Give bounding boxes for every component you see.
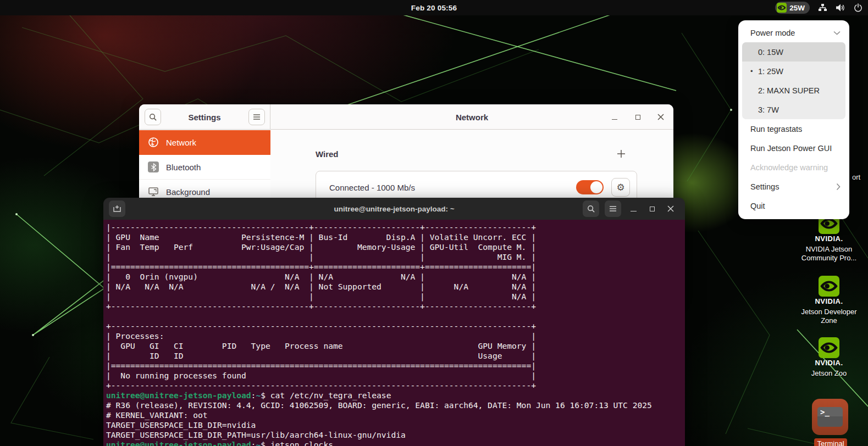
nvidia-wordmark: NVIDIA. xyxy=(794,359,864,367)
wired-network-icon[interactable] xyxy=(818,3,827,12)
menu-item-mode-0[interactable]: 0: 15W xyxy=(742,42,845,62)
menu-item-run-tegrastats[interactable]: Run tegrastats xyxy=(738,119,849,138)
terminal-line: | N/A N/A N/A N/A / N/A | Not Supported … xyxy=(106,282,685,292)
desktop-icon-label-terminal[interactable]: Terminal xyxy=(814,438,847,446)
prompt-user: unitree@unitree-jetson-payload xyxy=(106,391,251,400)
menu-item-mode-3[interactable]: 3: 7W xyxy=(742,100,845,119)
nvidia-eye-icon xyxy=(819,276,839,297)
settings-page-header: Network xyxy=(270,104,673,129)
sidebar-item-label: Bluetooth xyxy=(166,163,201,172)
hamburger-icon xyxy=(609,205,617,212)
power-mode-options: 0: 15W • 1: 25W 2: MAXN SUPER 3: 7W xyxy=(742,42,845,119)
mode-label: 1: 25W xyxy=(758,67,783,76)
sidebar-item-network[interactable]: Network xyxy=(139,130,270,155)
desktop-icon-terminal[interactable]: >_ xyxy=(812,399,848,435)
terminal-line: | ID ID Usage | xyxy=(106,351,685,361)
mode-label: 0: 15W xyxy=(758,48,783,57)
maximize-icon xyxy=(635,115,640,120)
terminal-menu-button[interactable] xyxy=(605,200,621,217)
power-icon[interactable] xyxy=(854,3,863,12)
nvidia-wordmark: NVIDIA. xyxy=(794,235,864,243)
terminal-line: |---------------------------------------… xyxy=(106,222,685,232)
wired-section-heading: Wired xyxy=(316,149,339,159)
sidebar-item-label: Network xyxy=(166,138,196,147)
desktop-icon-label-partial[interactable]: ort xyxy=(852,173,860,181)
terminal-minimize-button[interactable] xyxy=(627,200,640,217)
hamburger-icon xyxy=(253,114,261,120)
terminal-line: # R36 (release), REVISION: 4.4, GCID: 41… xyxy=(106,400,685,410)
desktop-icon-jetson-developer-zone[interactable]: NVIDIA. Jetson Developer Zone xyxy=(794,276,864,325)
chevron-down-icon xyxy=(833,31,841,35)
prompt-user: unitree@unitree-jetson-payload xyxy=(106,440,251,446)
system-tray[interactable]: 25W xyxy=(775,0,863,15)
mode-label: 2: MAXN SUPER xyxy=(758,86,820,95)
background-icon xyxy=(148,186,159,197)
terminal-window-controls xyxy=(583,200,677,217)
desktop-icon-jetson-zoo[interactable]: NVIDIA. Jetson Zoo xyxy=(794,337,864,378)
wired-toggle[interactable] xyxy=(576,180,604,194)
menu-item-quit[interactable]: Quit xyxy=(738,196,849,215)
settings-headerbar: Settings Network xyxy=(139,104,673,130)
wired-connection-status: Connected - 1000 Mb/s xyxy=(329,183,576,192)
menu-item-settings[interactable]: Settings xyxy=(738,177,849,196)
terminal-line: +---------------------------------------… xyxy=(106,302,685,311)
volume-icon[interactable] xyxy=(836,3,845,12)
minimize-icon xyxy=(612,119,617,120)
terminal-line: TARGET_USERSPACE_LIB_DIR=nvidia xyxy=(106,420,685,430)
desktop-icon-jetson-community[interactable]: NVIDIA. NVIDIA Jetson Community Pro... xyxy=(794,213,864,263)
terminal-line: +---------------------------------------… xyxy=(106,321,685,331)
terminal-line: | 0 Orin (nvgpu) N/A | N/A N/A | N/A | xyxy=(106,272,685,282)
toggle-knob xyxy=(590,181,602,193)
add-wired-connection-button[interactable] xyxy=(614,147,628,161)
prompt-glyph-icon: >_ xyxy=(820,408,830,416)
settings-sidebar-header: Settings xyxy=(139,104,270,129)
bluetooth-icon xyxy=(148,161,159,172)
desktop-icon-label: Community Pro... xyxy=(794,254,864,263)
prompt-command: $ cat /etc/nv_tegra_release xyxy=(261,391,391,400)
menu-item-mode-1[interactable]: • 1: 25W xyxy=(742,62,845,81)
terminal-line: |=======================================… xyxy=(106,361,685,371)
terminal-line: | GPU Name Persistence-M | Bus-Id Disp.A… xyxy=(106,232,685,242)
desktop-icon-label: Jetson Zoo xyxy=(794,369,864,378)
terminal-line: TARGET_USERSPACE_LIB_DIR_PATH=usr/lib/aa… xyxy=(106,430,685,440)
menu-item-acknowledge-warning: Acknowledge warning xyxy=(738,158,849,177)
terminal-prompt-line: unitree@unitree-jetson-payload:~$ jetson… xyxy=(106,440,685,446)
menu-settings-label: Settings xyxy=(750,182,779,191)
terminal-close-button[interactable] xyxy=(664,200,677,217)
nvidia-eye-icon xyxy=(819,337,839,358)
close-button[interactable] xyxy=(656,112,666,122)
power-mode-label: Power mode xyxy=(750,29,795,37)
terminal-line: | GPU GI CI PID Type Process name GPU Me… xyxy=(106,341,685,351)
prompt-path: ~ xyxy=(256,440,261,446)
terminal-line: | | | MIG M. | xyxy=(106,252,685,262)
settings-menu-button[interactable] xyxy=(248,109,265,125)
clock[interactable]: Feb 20 05:56 xyxy=(411,4,457,12)
terminal-output[interactable]: |---------------------------------------… xyxy=(103,220,685,446)
desktop-icon-label: Jetson Developer xyxy=(794,308,864,316)
minimize-button[interactable] xyxy=(610,112,620,122)
menu-item-power-mode[interactable]: Power mode xyxy=(738,23,849,42)
maximize-icon xyxy=(650,207,655,211)
power-mode-indicator[interactable]: 25W xyxy=(775,2,810,14)
terminal-window: unitree@unitree-jetson-payload: ~ xyxy=(103,198,685,446)
terminal-line xyxy=(106,311,685,321)
menu-item-run-jetson-power-gui[interactable]: Run Jetson Power GUI xyxy=(738,138,849,158)
menu-item-mode-2[interactable]: 2: MAXN SUPER xyxy=(742,81,845,100)
close-icon xyxy=(667,205,674,212)
terminal-line: +---------------------------------------… xyxy=(106,381,685,391)
prompt-command: $ jetson_clocks xyxy=(261,440,333,446)
wired-settings-button[interactable]: ⚙ xyxy=(611,178,630,197)
power-mode-wattage: 25W xyxy=(789,4,805,12)
sidebar-item-bluetooth[interactable]: Bluetooth xyxy=(139,155,270,180)
desktop-icon-label: NVIDIA Jetson xyxy=(794,245,864,254)
mode-label: 3: 7W xyxy=(758,105,779,114)
globe-icon xyxy=(148,137,159,148)
terminal-line: | Processes: | xyxy=(106,331,685,341)
power-mode-menu: Power mode 0: 15W • 1: 25W 2: MAXN SUPER… xyxy=(738,20,849,219)
maximize-button[interactable] xyxy=(633,112,643,122)
settings-window-controls xyxy=(610,104,666,130)
terminal-maximize-button[interactable] xyxy=(645,200,659,217)
terminal-search-button[interactable] xyxy=(583,200,599,217)
terminal-line: # KERNEL_VARIANT: oot xyxy=(106,410,685,420)
close-icon xyxy=(657,114,664,120)
